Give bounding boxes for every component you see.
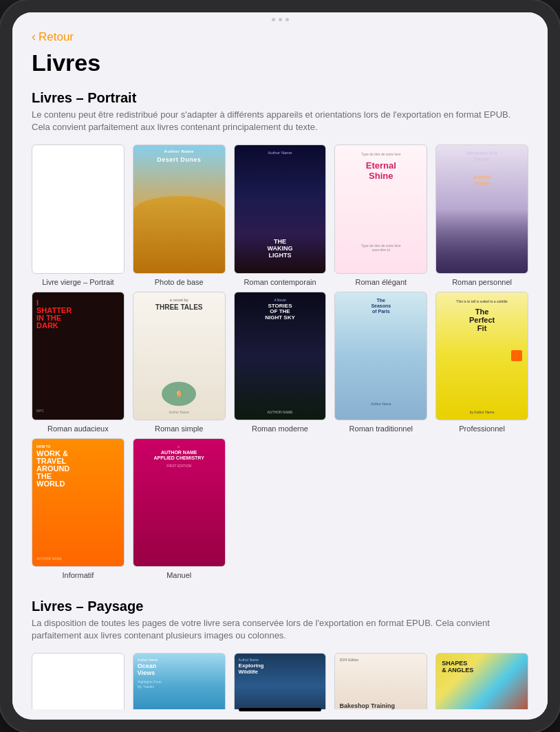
template-eternal-shine[interactable]: Type de titre de votre livre EternalShin… <box>334 144 427 286</box>
cover-bakeshop: 2024 Edition Bakeshop Training The Books <box>334 653 427 709</box>
portrait-section-title: Livres – Portrait <box>32 90 528 106</box>
template-night-sky[interactable]: A Novel STORIESOF THENIGHT SKY AUTHOR NA… <box>234 292 327 433</box>
cover-wildlife: Author Name ExploringWildlife <box>234 653 327 709</box>
label-blank-portrait: Livre vierge – Portrait <box>42 278 114 286</box>
cover-desert-dunes: Author Name Desert Dunes <box>133 144 226 273</box>
template-memories[interactable]: Memories of aTraveler AuthorName Roman p… <box>435 144 528 286</box>
status-dots <box>272 18 289 21</box>
cover-night-sky: A Novel STORIESOF THENIGHT SKY AUTHOR NA… <box>234 292 327 420</box>
cover-perfect-fit: This is to tell is suited to a subtitle … <box>435 292 528 420</box>
landscape-section-desc: La disposition de toutes les pages de vo… <box>32 617 528 642</box>
template-ocean-views[interactable]: Author Name OceanViews Highlights FromMy… <box>133 653 226 709</box>
cover-seasons-paris: TheSeasonsof Paris Author Name <box>334 292 427 420</box>
back-chevron-icon: ‹ <box>32 30 36 44</box>
template-chemistry[interactable]: ≡ AUTHOR NAMEAPPLIED CHEMISTRY FIRST EDI… <box>133 438 226 579</box>
cover-three-tales: a novel by THREE TALES 🥚 Author Name <box>133 292 226 420</box>
template-three-tales[interactable]: a novel by THREE TALES 🥚 Author Name Rom… <box>133 292 226 433</box>
cover-eternal-shine: Type de titre de votre livre EternalShin… <box>334 144 427 273</box>
template-shapes-angles[interactable]: SHAPES& ANGLES UNDERGROUND PHOTOGRAPHY P… <box>435 653 528 709</box>
template-desert-dunes[interactable]: Author Name Desert Dunes Photo de base <box>133 144 226 286</box>
cover-waking-lights: Author Name THEWAKINGLIGHTS <box>234 144 327 273</box>
dot-2 <box>279 18 282 21</box>
label-eternal-shine: Roman élégant <box>355 278 407 286</box>
tablet-frame: ‹ Retour Livres Livres – Portrait Le con… <box>0 0 560 732</box>
back-label: Retour <box>39 30 74 44</box>
cover-work-travel: HOW TO WORK &TRAVELAROUNDTHEWORLD AUTHOR… <box>32 438 125 567</box>
page-title: Livres <box>32 50 528 76</box>
label-three-tales: Roman simple <box>155 424 203 433</box>
cover-shapes-angles: SHAPES& ANGLES UNDERGROUND PHOTOGRAPHY <box>435 653 528 709</box>
label-waking-lights: Roman contemporain <box>244 278 316 286</box>
label-work-travel: Informatif <box>62 571 94 579</box>
template-blank-landscape[interactable]: Livre vierge – Paysage <box>32 653 125 709</box>
cover-chemistry: ≡ AUTHOR NAMEAPPLIED CHEMISTRY FIRST EDI… <box>133 438 226 567</box>
scroll-area[interactable]: ‹ Retour Livres Livres – Portrait Le con… <box>12 24 548 709</box>
template-work-travel[interactable]: HOW TO WORK &TRAVELAROUNDTHEWORLD AUTHOR… <box>32 438 125 579</box>
back-button[interactable]: ‹ Retour <box>32 30 528 44</box>
template-seasons-paris[interactable]: TheSeasonsof Paris Author Name Roman tra… <box>334 292 427 433</box>
portrait-templates-grid: Livre vierge – Portrait Author Name Dese… <box>32 144 528 579</box>
landscape-section-title: Livres – Paysage <box>32 599 528 614</box>
template-shatter[interactable]: ISHATTERIN THEDARK MPC Roman audacieux <box>32 292 125 433</box>
label-night-sky: Roman moderne <box>252 424 308 433</box>
template-bakeshop[interactable]: 2024 Edition Bakeshop Training The Books… <box>334 653 427 709</box>
label-chemistry: Manuel <box>166 571 191 579</box>
cover-memories: Memories of aTraveler AuthorName <box>435 144 528 273</box>
dot-1 <box>272 18 275 21</box>
tablet-screen: ‹ Retour Livres Livres – Portrait Le con… <box>12 12 548 720</box>
section-separator <box>32 585 528 599</box>
landscape-templates-grid: Livre vierge – Paysage Author Name Ocean… <box>32 653 528 709</box>
cover-shatter: ISHATTERIN THEDARK MPC <box>32 292 125 420</box>
dot-3 <box>286 18 289 21</box>
cover-blank-portrait <box>32 144 125 273</box>
template-blank-portrait[interactable]: Livre vierge – Portrait <box>32 144 125 286</box>
template-perfect-fit[interactable]: This is to tell is suited to a subtitle … <box>435 292 528 433</box>
label-perfect-fit: Professionnel <box>459 424 505 433</box>
top-bar <box>12 12 548 24</box>
label-shatter: Roman audacieux <box>47 424 109 433</box>
template-wildlife[interactable]: Author Name ExploringWildlife Guide <box>234 653 327 709</box>
cover-blank-landscape <box>32 653 125 709</box>
home-indicator <box>239 708 321 711</box>
label-seasons-paris: Roman traditionnel <box>349 424 413 433</box>
cover-ocean-views: Author Name OceanViews Highlights FromMy… <box>133 653 226 709</box>
label-memories: Roman personnel <box>452 278 512 286</box>
portrait-section-desc: Le contenu peut être redistribué pour s'… <box>32 109 528 133</box>
label-desert-dunes: Photo de base <box>155 278 204 286</box>
template-waking-lights[interactable]: Author Name THEWAKINGLIGHTS Roman contem… <box>234 144 327 286</box>
